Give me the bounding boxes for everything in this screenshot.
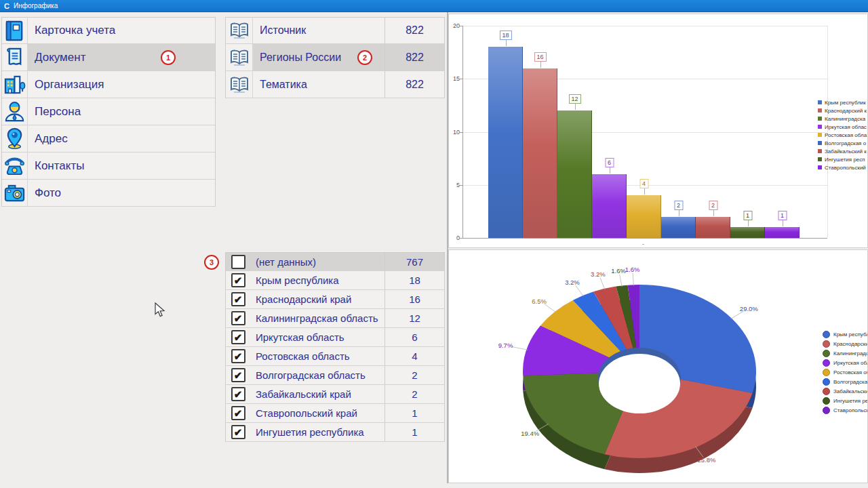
bar-Калининградская область[interactable] (557, 110, 592, 238)
sidebar-item-label: Документ (28, 51, 215, 64)
sidebar-item-person[interactable]: Персона (1, 98, 216, 125)
address-icon (2, 125, 28, 152)
filter-row[interactable]: ✔Ростовская область4 (225, 347, 445, 366)
sidebar-item-label: Карточка учета (28, 24, 215, 37)
filter-checkbox[interactable]: ✔ (231, 425, 245, 439)
app-logo-icon: C (4, 1, 9, 11)
bar-value-label: 1 (778, 211, 787, 220)
bar-Ставропольский край[interactable] (765, 227, 800, 238)
sidebar-item-photo[interactable]: Фото (1, 180, 216, 207)
filter-count: 2 (384, 366, 444, 384)
pie-chart: 29.0%25.8%19.4%9.7%6.5%3.2%3.2%1.6%1.6%К… (448, 249, 868, 483)
filter-checkbox[interactable]: ✔ (231, 311, 245, 325)
filter-row[interactable]: ✔Забайкальский край2 (225, 385, 445, 404)
filter-row[interactable]: (нет данных)7673 (225, 252, 445, 271)
legend-item: Забайкальский к (818, 147, 868, 155)
legend-item: Ростовская обла (818, 131, 868, 139)
filter-row[interactable]: ✔Краснодарский край16 (225, 290, 445, 309)
legend-item: Крым республик (818, 98, 868, 106)
y-axis-tick: 5 (449, 182, 460, 188)
sidebar-item-card[interactable]: Карточка учета (1, 17, 216, 44)
filter-row[interactable]: ✔Иркутская область6 (225, 328, 445, 347)
bar-Крым республика[interactable] (488, 47, 523, 238)
legend-item: Калининградска (818, 115, 868, 123)
sidebar-item-label: Адрес (28, 132, 215, 146)
window-title: Инфографика (14, 2, 58, 9)
filter-row[interactable]: ✔Волгоградская область2 (225, 366, 445, 385)
filter-checkbox[interactable]: ✔ (231, 368, 245, 382)
legend-item: Крым республик (823, 329, 868, 339)
filter-checkbox[interactable]: ✔ (231, 292, 245, 306)
bar-chart-legend: Крым республикКраснодарский кКалининград… (818, 98, 868, 171)
legend-item: Калининградска (823, 348, 868, 358)
app-window: C Инфографика Карточка учетаДокумент1Орг… (0, 0, 868, 488)
bar-Волгоградская область[interactable] (661, 217, 696, 238)
y-axis-tick: 20 (449, 22, 460, 29)
filter-count: 2 (384, 385, 444, 403)
bar-value-label: 4 (639, 179, 648, 188)
pie-percent-label: 19.4% (521, 430, 539, 437)
open-book-icon (226, 44, 253, 70)
legend-item: Ростовская обла (823, 367, 868, 377)
sidebar-item-label: Контакты (28, 159, 215, 173)
y-axis-tick: 0 (449, 235, 460, 241)
pie-chart-legend: Крым республикКраснодарский кКалининград… (823, 329, 868, 415)
legend-item: Ингушетия респ (823, 396, 868, 405)
filter-checkbox[interactable]: ✔ (231, 330, 245, 344)
pie-percent-label: 6.5% (532, 298, 547, 305)
dimension-row-regions[interactable]: Регионы России8222 (225, 44, 445, 71)
dimension-label: Тематика (253, 79, 384, 91)
filter-count: 1 (384, 404, 444, 422)
filter-label: Забайкальский край (250, 388, 384, 400)
filter-checkbox[interactable]: ✔ (231, 349, 245, 363)
legend-item: Иркутская облас (818, 123, 868, 131)
filter-label: Ставропольский край (250, 407, 384, 419)
filter-row[interactable]: ✔Калининградская область12 (225, 309, 445, 328)
bar-Забайкальский край[interactable] (696, 217, 730, 238)
filter-label: Волгоградская область (250, 369, 384, 381)
sidebar-item-contacts[interactable]: Контакты (1, 152, 216, 180)
legend-item: Волгоградская о (818, 139, 868, 147)
open-book-icon (226, 18, 253, 43)
bar-Краснодарский край[interactable] (523, 68, 557, 238)
filter-row[interactable]: ✔Крым республика18 (225, 271, 445, 290)
bar-Иркутская область[interactable] (592, 174, 627, 238)
pie-chart-canvas: 29.0%25.8%19.4%9.7%6.5%3.2%3.2%1.6%1.6% (449, 250, 867, 483)
filter-count: 12 (384, 309, 444, 327)
dimension-count: 822 (384, 44, 444, 70)
filter-row[interactable]: ✔Ингушетия республика1 (225, 423, 445, 442)
bar-value-label: 12 (568, 94, 580, 104)
legend-item: Краснодарский к (818, 106, 868, 115)
legend-item: Ставропольский (818, 163, 868, 171)
bar-Ростовская область[interactable] (627, 195, 661, 238)
filter-checkbox[interactable]: ✔ (231, 387, 245, 401)
legend-item: Ставропольский (823, 405, 868, 415)
filter-count: 1 (384, 423, 444, 441)
bar-chart: 05101520181612642211-Крым республикКрасн… (448, 14, 868, 248)
dimension-row-source[interactable]: Источник822 (225, 17, 445, 44)
sidebar-item-organization[interactable]: Организация (1, 71, 216, 98)
filter-count: 4 (384, 347, 444, 365)
dimension-row-themes[interactable]: Тематика822 (225, 71, 445, 98)
filter-checkbox[interactable]: ✔ (231, 273, 245, 287)
sidebar-item-document[interactable]: Документ1 (1, 44, 216, 71)
sidebar-item-label: Фото (28, 186, 215, 200)
legend-item: Иркутская облас (823, 358, 868, 367)
filter-count: 18 (384, 271, 444, 289)
dimension-count: 822 (384, 71, 444, 98)
filter-count: 6 (384, 328, 444, 346)
filter-count: 16 (384, 290, 444, 308)
sidebar-item-address[interactable]: Адрес (1, 125, 216, 152)
filter-count: 767 (384, 253, 444, 270)
filter-row[interactable]: ✔Ставропольский край1 (225, 404, 445, 423)
mouse-cursor (155, 302, 167, 319)
bar-value-label: 2 (709, 201, 717, 210)
pie-percent-label: 25.8% (698, 456, 716, 464)
filter-label: Краснодарский край (250, 293, 384, 305)
y-axis-tick: 15 (449, 75, 460, 82)
filter-label: Крым республика (250, 274, 384, 286)
bar-Ингушетия республика[interactable] (730, 227, 765, 238)
filter-checkbox[interactable]: ✔ (231, 406, 245, 420)
filter-checkbox[interactable] (231, 255, 245, 269)
dimension-list: Источник822Регионы России8222Тематика822 (225, 17, 445, 98)
